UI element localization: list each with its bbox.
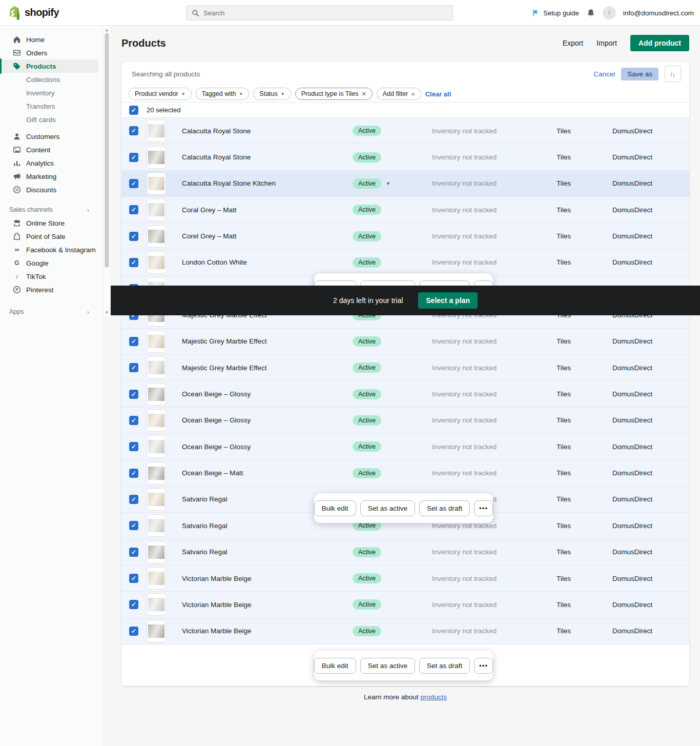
product-name[interactable]: Corel Grey – Matt — [182, 232, 353, 240]
more-actions-button[interactable]: ••• — [474, 500, 493, 516]
cancel-button[interactable]: Cancel — [593, 70, 615, 78]
sidebar-channel-point-of-sale[interactable]: Point of Sale — [0, 230, 102, 243]
row-checkbox[interactable]: ✓ — [129, 232, 138, 241]
sidebar-item-marketing[interactable]: Marketing — [0, 170, 102, 183]
filter-pill-tagged-with[interactable]: Tagged with▼ — [196, 88, 250, 100]
sidebar-channel-tiktok[interactable]: ♪TikTok — [0, 270, 102, 283]
scrollbar-up-arrow[interactable]: ▲ — [103, 28, 111, 32]
row-checkbox[interactable]: ✓ — [129, 600, 138, 609]
scrollbar-down-arrow[interactable]: ▼ — [103, 310, 111, 315]
product-name[interactable]: Satvario Regal — [182, 522, 353, 530]
table-row[interactable]: ✓Corel Grey – MattActiveInventory not tr… — [121, 223, 689, 249]
table-row[interactable]: ✓Ocean Beige – MattActiveInventory not t… — [121, 460, 689, 486]
account-avatar[interactable]: i — [603, 6, 616, 19]
table-row[interactable]: ✓Calacutta Royal StoneActiveInventory no… — [121, 118, 689, 144]
account-email[interactable]: info@domusdirect.com — [623, 9, 694, 17]
sidebar-item-collections[interactable]: Collections — [0, 73, 102, 86]
add-filter-button[interactable]: Add filter+ — [377, 88, 421, 100]
import-button[interactable]: Import — [596, 39, 617, 47]
sales-channels-section[interactable]: Sales channels› — [0, 203, 102, 216]
set-as-draft-button[interactable]: Set as draft — [419, 658, 470, 674]
save-as-button[interactable]: Save as — [621, 68, 658, 80]
table-row[interactable]: ✓Majestic Grey Marble EffectActiveInvent… — [121, 329, 689, 355]
sidebar-item-analytics[interactable]: Analytics — [0, 156, 102, 170]
product-name[interactable]: Calacutta Royal Stone — [182, 127, 353, 135]
sidebar-item-gift-cards[interactable]: Gift cards — [0, 113, 102, 126]
set-as-draft-button[interactable]: Set as draft — [419, 500, 470, 516]
bulk-edit-button[interactable]: Bulk edit — [314, 500, 356, 516]
sidebar-item-home[interactable]: Home — [0, 33, 102, 46]
row-checkbox[interactable]: ✓ — [129, 469, 138, 478]
table-row[interactable]: ✓Calacutta Royal StoneActiveInventory no… — [121, 144, 689, 170]
export-button[interactable]: Export — [563, 39, 583, 47]
product-name[interactable]: Majestic Grey Marble Effect — [182, 364, 353, 372]
sidebar-item-customers[interactable]: Customers — [0, 130, 102, 143]
filter-pill-product-type-is-tiles[interactable]: Product type is Tiles✕ — [295, 88, 373, 100]
sidebar-item-inventory[interactable]: Inventory — [0, 86, 102, 99]
sidebar-channel-google[interactable]: GGoogle — [0, 256, 102, 270]
table-row[interactable]: ✓Majestic Grey Marble EffectActiveInvent… — [121, 355, 689, 381]
table-row[interactable]: ✓Calacutta Royal Stone KitchenActive▼Inv… — [121, 171, 689, 197]
sidebar-channel-online-store[interactable]: Online Store — [0, 216, 102, 230]
sidebar-channel-facebook-instagram[interactable]: ∞Facebook & Instagram — [0, 243, 102, 256]
select-a-plan-button[interactable]: Select a plan — [418, 292, 478, 309]
row-checkbox[interactable]: ✓ — [129, 153, 138, 162]
row-checkbox[interactable]: ✓ — [129, 574, 138, 583]
notifications-bell-icon[interactable] — [586, 8, 595, 17]
product-name[interactable]: Coral Grey – Matt — [182, 206, 353, 214]
product-name[interactable]: Ocean Beige – Glossy — [182, 416, 353, 424]
product-name[interactable]: Satvario Regal — [182, 548, 353, 556]
row-checkbox[interactable]: ✓ — [129, 390, 138, 399]
table-row[interactable]: ✓Victorian Marble BeigeActiveInventory n… — [121, 618, 689, 644]
more-actions-button[interactable]: ••• — [474, 658, 493, 674]
sidebar-item-orders[interactable]: Orders — [0, 46, 102, 59]
set-as-active-button[interactable]: Set as active — [360, 500, 415, 516]
row-checkbox[interactable]: ✓ — [129, 337, 138, 346]
table-row[interactable]: ✓Satvario RegalActiveInventory not track… — [121, 539, 689, 566]
close-icon[interactable]: ✕ — [362, 91, 366, 97]
row-checkbox[interactable]: ✓ — [129, 442, 138, 451]
product-name[interactable]: Victorian Marble Beige — [182, 627, 353, 635]
product-name[interactable]: Ocean Beige – Matt — [182, 469, 353, 477]
row-checkbox[interactable]: ✓ — [129, 495, 138, 504]
filter-pill-status[interactable]: Status▼ — [253, 88, 291, 100]
product-name[interactable]: Ocean Beige – Glossy — [182, 390, 353, 398]
product-name[interactable]: Majestic Grey Marble Effect — [182, 337, 353, 345]
row-checkbox[interactable]: ✓ — [129, 258, 138, 267]
setup-guide-button[interactable]: Setup guide — [532, 9, 579, 17]
apps-section[interactable]: Apps› — [0, 305, 102, 318]
bulk-edit-button[interactable]: Bulk edit — [314, 658, 356, 674]
row-checkbox[interactable]: ✓ — [129, 627, 138, 636]
row-checkbox[interactable]: ✓ — [129, 126, 138, 135]
sort-button[interactable]: ↑↓ — [665, 66, 681, 82]
table-row[interactable]: ✓Coral Grey – MattActiveInventory not tr… — [121, 197, 689, 223]
table-row[interactable]: ✓London Cotton WhiteActiveInventory not … — [121, 250, 689, 276]
set-as-active-button[interactable]: Set as active — [360, 658, 415, 674]
row-checkbox[interactable]: ✓ — [129, 521, 138, 530]
row-checkbox[interactable]: ✓ — [129, 179, 138, 188]
select-all-checkbox[interactable]: ✓ — [129, 106, 138, 115]
product-name[interactable]: Ocean Beige – Glossy — [182, 443, 353, 451]
table-row[interactable]: ✓Ocean Beige – GlossyActiveInventory not… — [121, 408, 689, 434]
scrollbar-thumb[interactable] — [105, 33, 109, 268]
row-checkbox[interactable]: ✓ — [129, 363, 138, 372]
row-checkbox[interactable]: ✓ — [129, 416, 138, 425]
sidebar-item-discounts[interactable]: Discounts — [0, 183, 102, 196]
row-checkbox[interactable]: ✓ — [129, 205, 138, 214]
global-search-input[interactable]: Search — [186, 5, 453, 21]
table-row[interactable]: ✓Ocean Beige – GlossyActiveInventory not… — [121, 434, 689, 460]
product-name[interactable]: Victorian Marble Beige — [182, 601, 353, 609]
sidebar-item-transfers[interactable]: Transfers — [0, 99, 102, 113]
clear-all-filters-button[interactable]: Clear all — [425, 90, 451, 98]
product-name[interactable]: Calacutta Royal Stone Kitchen — [182, 179, 353, 187]
product-name[interactable]: Victorian Marble Beige — [182, 575, 353, 582]
sidebar-item-products[interactable]: Products — [0, 59, 98, 73]
filter-pill-product-vendor[interactable]: Product vendor▼ — [129, 88, 192, 100]
table-row[interactable]: ✓Victorian Marble BeigeActiveInventory n… — [121, 592, 689, 618]
table-row[interactable]: ✓Ocean Beige – GlossyActiveInventory not… — [121, 381, 689, 407]
product-name[interactable]: Calacutta Royal Stone — [182, 153, 353, 161]
sidebar-channel-pinterest[interactable]: PPinterest — [0, 283, 102, 296]
add-product-button[interactable]: Add product — [630, 35, 689, 51]
sidebar-scrollbar[interactable]: ▲ ▼ — [102, 26, 110, 317]
row-checkbox[interactable]: ✓ — [129, 548, 138, 557]
